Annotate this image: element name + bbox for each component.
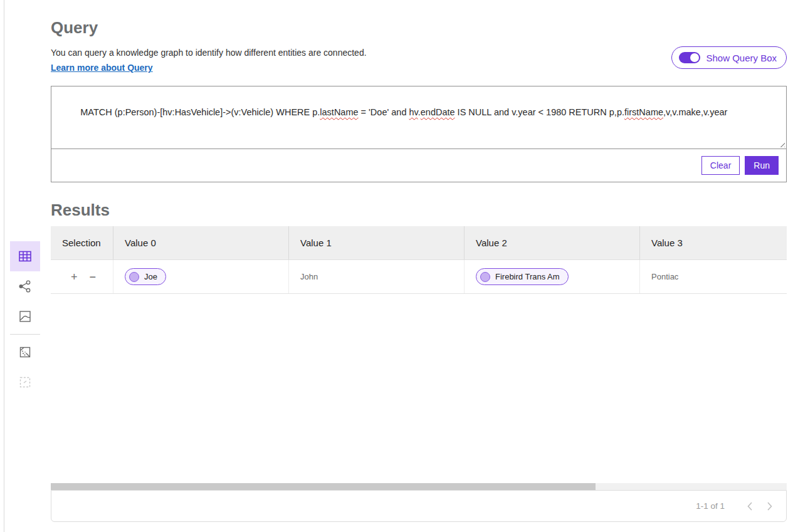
query-text-misspelled: firstName xyxy=(624,107,663,117)
table-row: + − Joe John Firebird Trans Am xyxy=(51,260,787,294)
query-text-misspelled: endDate xyxy=(421,107,455,117)
column-header-value1: Value 1 xyxy=(289,226,465,259)
previous-page-button[interactable] xyxy=(742,499,757,514)
entity-icon xyxy=(129,272,139,282)
table-empty-area xyxy=(51,294,787,483)
column-header-value3: Value 3 xyxy=(640,226,787,259)
query-panel: MATCH (p:Person)-[hv:HasVehicle]->(v:Veh… xyxy=(51,86,787,182)
query-text: ,v,v.make,v.year xyxy=(663,107,727,117)
results-table-header: Selection Value 0 Value 1 Value 2 Value … xyxy=(51,226,787,260)
add-to-selection-button[interactable]: + xyxy=(71,271,78,283)
chevron-right-icon xyxy=(767,502,772,511)
results-view-sidebar xyxy=(10,241,40,397)
selection-cell: + − xyxy=(51,260,113,293)
query-text-misspelled: lastName xyxy=(320,107,358,117)
chevron-left-icon xyxy=(747,502,752,511)
query-text: MATCH (p:Person)-[hv:HasVehicle]->(v:Veh… xyxy=(80,107,320,117)
value0-cell: Joe xyxy=(113,260,289,293)
cell-text: Pontiac xyxy=(651,272,678,281)
cell-text: John xyxy=(300,272,318,281)
new-map-icon xyxy=(18,345,33,360)
results-footer: 1-1 of 1 xyxy=(51,490,787,522)
left-divider xyxy=(4,0,4,532)
resize-handle[interactable] xyxy=(778,140,785,147)
learn-more-link[interactable]: Learn more about Query xyxy=(51,63,153,73)
sidebar-divider xyxy=(10,334,40,335)
selection-icon xyxy=(18,375,33,390)
horizontal-scrollbar xyxy=(51,483,787,490)
entity-chip-vehicle[interactable]: Firebird Trans Am xyxy=(476,268,569,285)
scrollbar-thumb[interactable] xyxy=(51,483,596,490)
query-footer: Clear Run xyxy=(51,149,786,182)
query-page: Query You can query a knowledge graph to… xyxy=(0,0,793,532)
value2-cell: Firebird Trans Am xyxy=(465,260,640,293)
column-header-value2: Value 2 xyxy=(465,226,640,259)
sidebar-item-link-chart-view[interactable] xyxy=(10,271,40,301)
entity-chip-label: Firebird Trans Am xyxy=(495,272,560,281)
show-query-box-toggle[interactable]: Show Query Box xyxy=(671,46,787,69)
entity-icon xyxy=(480,272,490,282)
entity-chip-label: Joe xyxy=(144,272,157,281)
sidebar-item-add-to-map[interactable] xyxy=(10,337,40,367)
page-title: Query xyxy=(51,18,787,38)
value1-cell: John xyxy=(289,260,465,293)
map-icon xyxy=(18,309,33,324)
link-chart-icon xyxy=(18,279,33,294)
results-title: Results xyxy=(51,200,787,220)
results-table: Selection Value 0 Value 1 Value 2 Value … xyxy=(51,226,787,522)
query-text-misspelled: hv xyxy=(409,107,418,117)
sidebar-item-table-view[interactable] xyxy=(10,241,40,271)
toggle-label: Show Query Box xyxy=(706,53,777,63)
sidebar-item-selection-tool[interactable] xyxy=(10,367,40,397)
column-header-value0: Value 0 xyxy=(113,226,289,259)
table-icon xyxy=(18,249,33,264)
value3-cell: Pontiac xyxy=(640,260,787,293)
pagination-label: 1-1 of 1 xyxy=(696,501,725,511)
run-button[interactable]: Run xyxy=(745,156,779,175)
query-text: = 'Doe' and xyxy=(359,107,409,117)
entity-chip-person[interactable]: Joe xyxy=(125,268,166,285)
query-textarea[interactable]: MATCH (p:Person)-[hv:HasVehicle]->(v:Veh… xyxy=(51,86,786,149)
clear-button[interactable]: Clear xyxy=(701,156,740,175)
query-text: IS NULL and v.year < 1980 RETURN p,p. xyxy=(455,107,624,117)
column-header-selection: Selection xyxy=(51,226,113,259)
next-page-button[interactable] xyxy=(762,499,777,514)
toggle-switch-icon xyxy=(679,52,700,63)
remove-from-selection-button[interactable]: − xyxy=(90,271,97,283)
sidebar-item-map-view[interactable] xyxy=(10,301,40,331)
